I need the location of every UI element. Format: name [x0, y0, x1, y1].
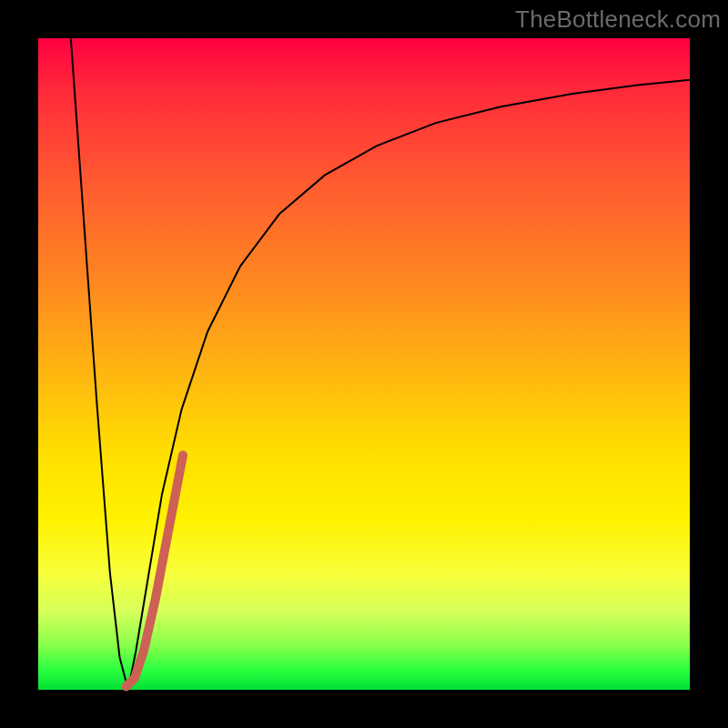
- series-bottleneck-curve: [71, 38, 690, 690]
- series-highlight-segment: [126, 455, 183, 686]
- chart-frame: TheBottleneck.com: [0, 0, 728, 728]
- watermark-text: TheBottleneck.com: [515, 5, 721, 34]
- curve-layer: [0, 0, 728, 728]
